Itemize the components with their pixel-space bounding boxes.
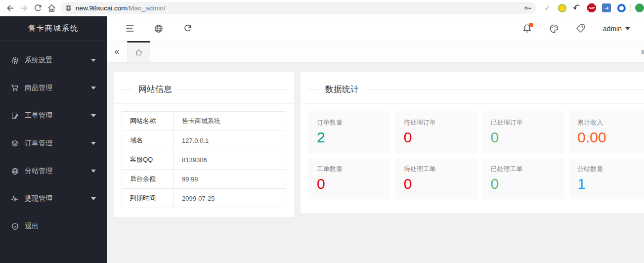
notifications-button[interactable] [514, 16, 541, 41]
tabbar: « » [107, 41, 644, 63]
layers-icon [11, 139, 19, 147]
site-security-globe-icon[interactable] [65, 5, 72, 11]
chevron-down-icon [91, 59, 96, 64]
sidebar-item-substation-management[interactable]: 分站管理 [0, 157, 107, 185]
extension-divider [630, 4, 631, 12]
extension-abp-icon[interactable]: ABP [584, 1, 599, 15]
pulse-icon [11, 195, 19, 203]
table-row: 客服QQ 8139306 [122, 150, 286, 170]
sidebar-item-label: 分站管理 [25, 167, 52, 175]
browser-home-button[interactable] [44, 1, 58, 15]
chevron-down-icon [625, 27, 630, 33]
table-row: 网站名称 售卡商城系统 [122, 112, 286, 131]
card-divider [115, 103, 293, 104]
content: 网站信息 网站名称 售卡商城系统 域名 127.0.0.1 [107, 63, 644, 263]
main-area: admin « » 网站信息 [107, 16, 644, 263]
stat-label: 工单数量 [317, 165, 382, 174]
info-label: 后台余额 [122, 170, 174, 189]
info-label: 客服QQ [122, 150, 174, 170]
sidebar-item-system-settings[interactable]: 系统设置 [0, 46, 107, 74]
url-path: /Mao_admin/ [127, 4, 166, 12]
cart-icon [11, 84, 19, 92]
checkmark-icon[interactable]: ✓ [544, 3, 551, 12]
gear-icon [11, 56, 19, 64]
title-line [178, 89, 286, 89]
browser-home-icon [47, 4, 56, 12]
extension-blue-circle-icon[interactable] [614, 1, 629, 15]
back-arrow-icon [6, 4, 14, 12]
browser-reload-button[interactable] [31, 1, 44, 15]
sidebar-item-label: 退出 [25, 222, 39, 231]
refresh-icon [183, 24, 192, 33]
stat-label: 分站数量 [577, 165, 643, 174]
extension-swoosh-arrow-icon[interactable] [569, 1, 584, 15]
ticket-icon [11, 112, 19, 120]
extension-green-circle-icon[interactable] [632, 1, 644, 15]
chevron-down-icon [91, 170, 96, 175]
sidebar-item-label: 商品管理 [25, 84, 52, 92]
theme-button[interactable] [541, 16, 567, 41]
password-key-icon[interactable] [524, 4, 531, 12]
stat-value: 0 [491, 130, 556, 145]
visit-site-button[interactable] [144, 16, 173, 41]
chevron-down-icon [91, 197, 96, 203]
tag-button[interactable] [567, 16, 594, 41]
globe-icon [11, 167, 19, 175]
stat-label: 待处理订单 [404, 118, 469, 127]
stat-processed-orders[interactable]: 已处理订单 0 [482, 111, 564, 153]
refresh-button[interactable] [173, 16, 202, 41]
stat-total-income[interactable]: 累计收入 0.00 [569, 111, 644, 153]
notification-badge [529, 23, 533, 27]
stat-processed-tickets[interactable]: 已处理工单 0 [482, 158, 564, 199]
user-menu[interactable]: admin [603, 25, 630, 33]
tab-home[interactable] [127, 41, 150, 62]
extension-coin-icon[interactable] [555, 1, 569, 15]
sidebar-item-workorder-management[interactable]: 工单管理 [0, 102, 107, 130]
sidebar-item-logout[interactable]: 退出 [0, 213, 107, 240]
table-row: 到期时间 2099-07-25 [122, 189, 286, 208]
site-info-card: 网站信息 网站名称 售卡商城系统 域名 127.0.0.1 [114, 72, 294, 217]
info-value: 2099-07-25 [174, 189, 286, 208]
sidebar-item-withdraw-management[interactable]: 提现管理 [0, 185, 107, 213]
info-label: 网站名称 [122, 112, 174, 131]
extension-arrow-square-icon[interactable]: ➜ [599, 1, 614, 15]
stat-value: 0.00 [577, 130, 643, 145]
stat-value: 0 [404, 176, 469, 191]
statistics-card: 数据统计 订单数量 2 待处理订单 0 [301, 72, 644, 213]
info-value: 99.98 [174, 170, 286, 189]
stat-pending-tickets[interactable]: 待处理工单 0 [395, 158, 477, 199]
topbar-right: admin [514, 16, 630, 41]
browser-back-button[interactable] [3, 1, 17, 15]
browser-forward-button [17, 1, 31, 15]
title-dash [308, 89, 319, 89]
chevron-down-icon [91, 87, 96, 92]
info-value: 127.0.0.1 [174, 131, 286, 150]
stat-order-count[interactable]: 订单数量 2 [308, 111, 390, 153]
stat-label: 累计收入 [577, 118, 643, 127]
stat-substation-count[interactable]: 分站数量 1 [569, 158, 644, 199]
palette-icon [549, 24, 559, 34]
admin-app: 售卡商城系统 系统设置 商品管理 工单管理 [0, 16, 644, 263]
menu-shrink-button[interactable] [116, 16, 144, 41]
statistics-title-row: 数据统计 [308, 84, 644, 95]
site-globe-icon [154, 24, 163, 33]
tag-icon [576, 24, 585, 33]
stats-row: 工单数量 0 待处理工单 0 已处理工单 0 分站数量 [308, 158, 644, 199]
address-bar[interactable]: new.98sucai.com/Mao_admin/ [60, 2, 536, 14]
stat-value: 0 [317, 176, 382, 191]
forward-arrow-icon [20, 4, 28, 12]
username: admin [603, 25, 622, 33]
tabs-scroll-right-button[interactable]: » [639, 41, 644, 62]
reload-icon [34, 4, 42, 12]
sidebar-item-label: 提现管理 [25, 194, 52, 203]
stat-ticket-count[interactable]: 工单数量 0 [308, 158, 390, 199]
info-value: 8139306 [174, 150, 286, 170]
sidebar-item-product-management[interactable]: 商品管理 [0, 74, 107, 102]
statistics-title: 数据统计 [319, 84, 365, 95]
tabs-scroll-left-button[interactable]: « [107, 41, 127, 62]
stat-label: 已处理工单 [491, 165, 556, 174]
sidebar-menu: 系统设置 商品管理 工单管理 订单 [0, 41, 107, 240]
stat-pending-orders[interactable]: 待处理订单 0 [395, 111, 477, 153]
sidebar-item-order-management[interactable]: 订单管理 [0, 130, 107, 157]
browser-toolbar: new.98sucai.com/Mao_admin/ ✓ ABP ➜ [0, 0, 644, 16]
